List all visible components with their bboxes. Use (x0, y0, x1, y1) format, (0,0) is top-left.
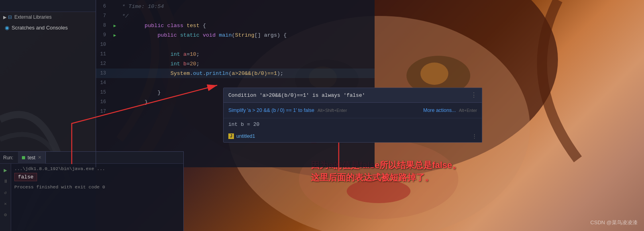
file-name: untitled1 (236, 133, 255, 139)
line-number-14: 14 (96, 80, 111, 86)
inspection-popup: Condition 'a>20&&(b/0)==1' is always 'fa… (223, 88, 482, 143)
run-close-button[interactable]: ✕ (2, 200, 10, 208)
run-arrow-9[interactable]: ▶ (114, 33, 116, 38)
line-number-7: 7 (96, 13, 111, 19)
code-hint: int b = 20 (228, 121, 259, 127)
line-number-9: 9 (96, 32, 111, 38)
line-number-11: 11 (96, 51, 111, 57)
tab-status-dot (22, 156, 25, 159)
tab-close-button[interactable]: ✕ (38, 155, 41, 160)
bottom-separator (183, 151, 184, 231)
line-number-12: 12 (96, 61, 111, 67)
scratches-label: Scratches and Consoles (12, 25, 68, 31)
line-number-8: 8 (96, 23, 111, 28)
simplify-shortcut: Alt+Shift+Enter (318, 108, 347, 113)
chevron-right-icon: ▶ (3, 15, 6, 20)
line-number-16: 16 (96, 99, 111, 105)
simplify-action-link[interactable]: Simplify 'a > 20 && (b / 0) == 1' to fal… (228, 108, 314, 113)
svg-point-5 (420, 63, 448, 85)
inspection-action-simplify: Simplify 'a > 20 && (b / 0) == 1' to fal… (228, 106, 477, 115)
run-settings-button[interactable]: ⚙ (2, 211, 10, 219)
line-number-10: 10 (96, 42, 111, 47)
line-gutter-8: ▶ (111, 23, 119, 28)
more-actions-shortcut: Alt+Enter (459, 108, 477, 113)
run-arrow-8[interactable]: ▶ (114, 23, 116, 28)
run-content: ...\jdk1.8.0_192\bin\java.exe ... false … (11, 164, 183, 231)
inspection-body: Simplify 'a > 20 && (b / 0) == 1' to fal… (224, 103, 482, 118)
run-panel: Run: test ✕ ▶ ⏸ ↺ ✕ ⚙ ...\jdk1.8.0_192\b… (0, 151, 183, 231)
run-play-button[interactable]: ▶ (2, 166, 10, 174)
tab-name: test (27, 155, 35, 161)
file-icon: J (228, 133, 234, 139)
code-line-6: 6 * Time: 10:54 (96, 2, 375, 11)
run-finish-text: Process finished with exit code 0 (14, 184, 180, 190)
inspection-header: Condition 'a>20&&(b/0)==1' is always 'fa… (224, 88, 482, 103)
run-toolbar: ▶ ⏸ ↺ ✕ ⚙ (0, 164, 11, 231)
scratches-icon: ◉ (5, 25, 9, 31)
line-number-17: 17 (96, 109, 111, 114)
run-label: Run: (3, 155, 13, 161)
line-content-6: * Time: 10:54 (119, 4, 375, 10)
annotation-line2: 这里后面的表达式被短路掉了。 (311, 172, 461, 184)
run-output: false (14, 173, 37, 181)
line-content-13: System.out.println(a>20&&(b/0)==1); (119, 65, 375, 82)
inspection-more-button[interactable]: ⋮ (471, 91, 477, 99)
library-icon: ⊟ (8, 14, 12, 20)
code-line-9: 9 ▶ public static void main(String[] arg… (96, 30, 375, 40)
code-line-13: 13 System.out.println(a>20&&(b/0)==1); (96, 69, 375, 78)
run-rerun-button[interactable]: ↺ (2, 188, 10, 196)
line-number-15: 15 (96, 90, 111, 95)
file-more-button[interactable]: ⋮ (472, 133, 477, 139)
watermark-text: CSDN @菜鸟凌凌漆 (590, 219, 638, 225)
run-tab-test[interactable]: test ✕ (18, 152, 45, 164)
run-stop-button[interactable]: ⏸ (2, 177, 10, 185)
more-actions-text[interactable]: More actions... (423, 108, 456, 113)
run-cmd: ...\jdk1.8.0_192\bin\java.exe ... (14, 166, 180, 171)
inspection-file: J untitled1 ⋮ (224, 131, 482, 142)
sidebar-item-external-libraries[interactable]: ▶ ⊟ External Libraries (0, 12, 96, 22)
editor-separator (96, 0, 96, 167)
line-number-6: 6 (96, 4, 111, 9)
line-number-13: 13 (96, 70, 111, 76)
external-libraries-label: External Libraries (14, 14, 51, 20)
csdn-watermark: CSDN @菜鸟凌凌漆 (590, 219, 638, 226)
inspection-title: Condition 'a>20&&(b/0)==1' is always 'fa… (228, 92, 365, 98)
run-tabs: Run: test ✕ (0, 152, 183, 164)
inspection-code: int b = 20 (224, 118, 482, 131)
line-gutter-9: ▶ (111, 33, 119, 38)
sidebar-item-scratches[interactable]: ◉ Scratches and Consoles (0, 22, 96, 33)
more-actions-link: More actions... Alt+Enter (423, 108, 477, 113)
line-content-9: public static void main(String[] args) { (119, 26, 375, 44)
